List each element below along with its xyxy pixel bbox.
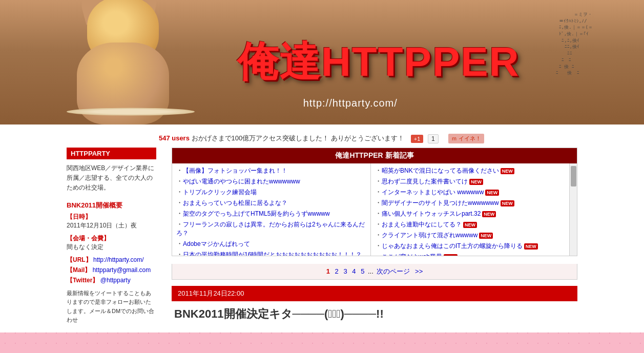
- news-col-left: 【画像】フォトショッパー集まれ！！やばい電通のやつらに困まれたwwwwwwwトリ…: [172, 163, 370, 256]
- article: 2011年11月24日22:00 BNK2011開催決定キタ────(ﾟ∀ﾟ)─…: [172, 286, 577, 327]
- new-badge: NEW: [501, 200, 514, 206]
- sidebar-date-label: 【日時】: [67, 213, 156, 221]
- news-right-item: クライアント弱けて混ざれwwwwwNEW: [375, 231, 565, 240]
- main-content: 俺達HTTPPER 新着記事 【画像】フォトショッパー集まれ！！やばい電通のやつ…: [164, 148, 577, 327]
- sidebar-mail-label: 【Mail】: [67, 266, 91, 274]
- new-badge: NEW: [501, 168, 514, 174]
- content-area: 547 users おかげさまで100億万アクセス突破しました！ ありがとうござ…: [0, 124, 644, 333]
- sidebar-twitter-line: 【Twitter】 @httpparty: [67, 276, 156, 285]
- site-title: 俺達HTTPPER: [237, 35, 520, 90]
- new-badge: NEW: [469, 179, 483, 185]
- sidebar-mail-link[interactable]: httpparty@gmail.com: [93, 266, 151, 274]
- news-box-header: 俺達HTTPPER 新着記事: [172, 148, 577, 163]
- pagination-page-3[interactable]: 3: [343, 267, 347, 275]
- news-right-item: 痛い個人サイトウォッチスレpart.32NEW: [375, 209, 565, 218]
- pagination-current: 1: [326, 267, 330, 275]
- hatebu-message: おかげさまで100億万アクセス突破しました！ ありがとうございます！: [192, 134, 404, 142]
- new-badge: NEW: [485, 190, 499, 196]
- news-right-item: 昭英がBNKで混日になってる画像くださいNEW: [375, 166, 565, 175]
- mixi-button[interactable]: ｍ イイネ！: [448, 134, 484, 143]
- news-right-item: ここが変だよweb業界NEW: [375, 252, 565, 256]
- news-left-item: おまえらっていつも松屋に居るよな？: [176, 198, 366, 207]
- news-col-right: 昭英がBNKで混日になってる画像くださいNEW思わず二度見した案件書いてけNEW…: [370, 163, 569, 256]
- new-badge: NEW: [524, 243, 538, 250]
- news-right-link[interactable]: 昭英がBNKで混日になってる画像ください: [382, 167, 499, 174]
- sidebar-twitter-label: 【Twitter】: [67, 277, 98, 284]
- pagination: 1 2 3 4 5 ... 次のページ >>: [172, 264, 577, 280]
- news-right-link[interactable]: クライアント弱けて混ざれwwwww: [382, 232, 477, 239]
- news-left-item: Adobeマジかんぱれって: [176, 239, 366, 248]
- new-badge: NEW: [444, 254, 458, 256]
- news-left-link[interactable]: Adobeマジかんぱれって: [183, 240, 250, 247]
- news-right-item: 闇デザイナーのサイト見つけたwwwwwwwNEW: [375, 198, 565, 207]
- sidebar-url-link[interactable]: http://httparty.com/: [93, 256, 143, 263]
- scrollbar[interactable]: [569, 163, 577, 256]
- main-layout: HTTPPARTY 関西地区WEB／デザイン業界に所属／志望する、全ての大人のた…: [0, 148, 644, 327]
- news-left-item: 日本の平均勤務時間が16時間だとおおおおおおおおおお！！！？: [176, 250, 366, 256]
- article-title: BNK2011開催決定キタ────(ﾟ∀ﾟ)────!!: [172, 301, 577, 327]
- news-right-item: おまえら連勤中なにしてる？NEW: [375, 220, 565, 229]
- mixi-icon: ｍ: [451, 135, 457, 141]
- news-box-body: 【画像】フォトショッパー集まれ！！やばい電通のやつらに困まれたwwwwwwwトリ…: [172, 163, 577, 256]
- site-url: http://httparty.com/: [303, 97, 398, 109]
- ascii-art-figure: ＝ミヲ・ ＝ｲｸﾊﾄﾐｼ,ﾉ/ ﾆ,倹.｜＝＝(＝ ﾄﾞ,倹.｜＝｢ｲ ﾆ,ﾆ,…: [556, 5, 593, 82]
- news-right-item: インターネットまじやばい wwwwwwNEW: [375, 188, 565, 197]
- sidebar-event-title: BNK2011開催概要: [67, 201, 156, 210]
- sidebar-twitter-link[interactable]: @httpparty: [100, 277, 131, 284]
- pagination-page-2[interactable]: 2: [335, 267, 339, 275]
- sidebar-venue-label: 【会場・会費】: [67, 234, 156, 243]
- pagination-ellipsis: ...: [368, 267, 373, 275]
- sidebar-description: 関西地区WEB／デザイン業界に所属／志望する、全ての大人のための社交場。: [67, 163, 156, 193]
- news-left-item: やばい電通のやつらに困まれたwwwwwww: [176, 177, 366, 186]
- news-right-list: 昭英がBNKで混日になってる画像くださいNEW思わず二度見した案件書いてけNEW…: [375, 166, 565, 256]
- news-right-item: 思わず二度見した案件書いてけNEW: [375, 177, 565, 186]
- sidebar-venue-value: 間もなく決定: [67, 243, 156, 252]
- news-right-link[interactable]: 痛い個人サイトウォッチスレpart.32: [382, 210, 481, 217]
- dog-image: [67, 0, 195, 124]
- sidebar-small-text: 最新情報をツイートすることもありますので是非フォローお願いたします。メール＆DM…: [67, 289, 156, 325]
- news-left-item: トリプルクリック練習会場: [176, 188, 366, 197]
- news-left-link[interactable]: やばい電通のやつらに困まれたwwwwwww: [183, 178, 300, 185]
- pagination-page-4[interactable]: 4: [352, 267, 356, 275]
- news-left-item: 【画像】フォトショッパー集まれ！！: [176, 166, 366, 175]
- news-right-link[interactable]: 思わず二度見した案件書いてけ: [382, 178, 468, 185]
- news-left-link[interactable]: 日本の平均勤務時間が16時間だとおおおおおおおおおお！！！？: [183, 251, 362, 256]
- gplus-count: 1: [428, 134, 439, 143]
- news-left-link[interactable]: 【画像】フォトショッパー集まれ！！: [183, 167, 287, 174]
- sidebar-url-line: 【URL】 http://httparty.com/: [67, 256, 156, 264]
- site-header: ＝ミヲ・ ＝ｲｸﾊﾄﾐｼ,ﾉ/ ﾆ,倹.｜＝＝(＝ ﾄﾞ,倹.｜＝｢ｲ ﾆ,ﾆ,…: [0, 0, 644, 124]
- news-left-item: フリーランスの寂しさは異常。だからお前らは2ちゃんに来るんだろ？: [176, 220, 366, 238]
- sidebar-section-title: HTTPPARTY: [67, 148, 156, 159]
- news-left-link[interactable]: おまえらっていつも松屋に居るよな？: [183, 199, 287, 206]
- news-left-item: 架空のタグでっち上げてHTML5厨を約らうずwwwww: [176, 209, 366, 218]
- news-right-link[interactable]: インターネットまじやばい wwwwww: [382, 189, 484, 196]
- news-right-link[interactable]: 闇デザイナーのサイト見つけたwwwwwww: [382, 199, 499, 206]
- pagination-page-5[interactable]: 5: [361, 267, 364, 275]
- news-right-link[interactable]: ここが変だよweb業界: [382, 253, 442, 256]
- news-left-link[interactable]: フリーランスの寂しさは異常。だからお前らは2ちゃんに来るんだろ？: [176, 221, 365, 237]
- news-right-link[interactable]: おまえら連勤中なにしてる？: [382, 221, 462, 228]
- pagination-last[interactable]: >>: [415, 267, 423, 275]
- sidebar: HTTPPARTY 関西地区WEB／デザイン業界に所属／志望する、全ての大人のた…: [67, 148, 164, 327]
- news-left-list: 【画像】フォトショッパー集まれ！！やばい電通のやつらに困まれたwwwwwwwトリ…: [176, 166, 366, 256]
- new-badge: NEW: [479, 233, 493, 239]
- article-date: 2011年11月24日22:00: [172, 286, 577, 301]
- sidebar-mail-line: 【Mail】 httpparty@gmail.com: [67, 266, 156, 275]
- mixi-label: イイネ！: [459, 135, 481, 141]
- news-box: 俺達HTTPPER 新着記事 【画像】フォトショッパー集まれ！！やばい電通のやつ…: [172, 148, 577, 256]
- news-right-item: じゃあなおまえら俺はこのIT土方の螺旋から降りるNEW: [375, 241, 565, 251]
- hatebu-users-link[interactable]: 547 users: [159, 134, 190, 142]
- news-right-link[interactable]: じゃあなおまえら俺はこのIT土方の螺旋から降りる: [382, 242, 523, 250]
- gplus-label: +1: [414, 136, 421, 142]
- news-left-link[interactable]: 架空のタグでっち上げてHTML5厨を約らうずwwwww: [183, 210, 330, 217]
- sidebar-date-value: 2011年12月10日（土）夜: [67, 221, 156, 230]
- sidebar-url-label: 【URL】: [67, 256, 92, 263]
- new-badge: NEW: [463, 222, 477, 228]
- gplus-button[interactable]: +1: [411, 135, 424, 143]
- pagination-next[interactable]: 次のページ: [377, 267, 410, 275]
- new-badge: NEW: [482, 211, 496, 217]
- news-left-link[interactable]: トリプルクリック練習会場: [183, 189, 257, 196]
- hatebu-bar: 547 users おかげさまで100億万アクセス突破しました！ ありがとうござ…: [0, 130, 644, 148]
